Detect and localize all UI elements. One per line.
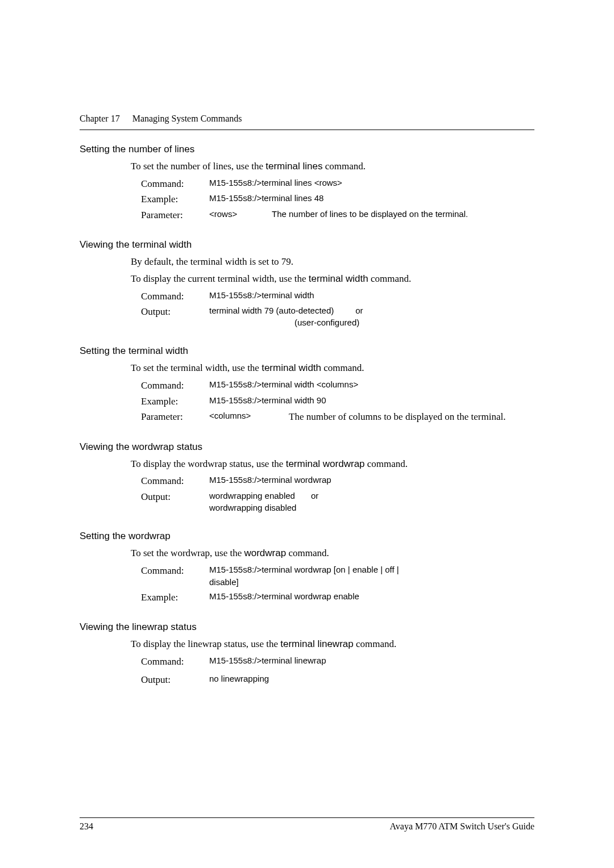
- section-viewing-terminal-width: Viewing the terminal width By default, t…: [80, 239, 534, 328]
- command-row: Command: M15-155s8:/>terminal linewrap: [141, 654, 534, 669]
- section-text: By default, the terminal width is set to…: [131, 255, 534, 269]
- page-footer: 234 Avaya M770 ATM Switch User's Guide: [80, 817, 534, 832]
- section-setting-wordwrap: Setting the wordwrap To set the wordwrap…: [80, 531, 534, 604]
- row-label: Parameter:: [141, 208, 209, 223]
- row-label: Output:: [141, 304, 209, 328]
- row-value: M15-155s8:/>terminal lines 48: [209, 192, 534, 207]
- row-value: M15-155s8:/>terminal width <columns>: [209, 378, 534, 393]
- page-number: 234: [80, 821, 93, 832]
- cmd-name: terminal wordwrap: [286, 458, 365, 469]
- section-viewing-wordwrap: Viewing the wordwrap status To display t…: [80, 441, 534, 514]
- row-label: Command:: [141, 177, 209, 191]
- command-row: Command: M15-155s8:/>terminal width <col…: [141, 378, 534, 393]
- cmd-name: wordwrap: [244, 548, 286, 558]
- section-intro: To display the current terminal width, u…: [131, 272, 534, 286]
- section-title: Setting the number of lines: [80, 144, 534, 155]
- section-setting-terminal-width: Setting the terminal width To set the te…: [80, 345, 534, 424]
- section-title: Viewing the wordwrap status: [80, 441, 534, 453]
- row-value: M15-155s8:/>terminal wordwrap: [209, 474, 534, 489]
- chapter-number: Chapter 17: [80, 114, 120, 123]
- row-value: no linewrapping: [209, 673, 534, 687]
- row-value: M15-155s8:/>terminal wordwrap enable: [209, 590, 534, 605]
- header-rule: [80, 130, 534, 130]
- param-name: <columns>: [209, 410, 289, 424]
- output-row: Output: terminal width 79 (auto-detected…: [141, 304, 534, 328]
- row-value: <rows> The number of lines to be display…: [209, 208, 534, 223]
- output-row: Output: wordwrapping enabledor wordwrapp…: [141, 490, 534, 514]
- row-value: M15-155s8:/>terminal width: [209, 289, 534, 304]
- parameter-row: Parameter: <columns> The number of colum…: [141, 410, 534, 424]
- row-value: M15-155s8:/>terminal width 90: [209, 394, 534, 409]
- row-label: Command:: [141, 378, 209, 393]
- row-value: M15-155s8:/>terminal wordwrap [on | enab…: [209, 564, 403, 589]
- cmd-name: terminal lines: [265, 161, 322, 172]
- row-label: Command:: [141, 289, 209, 304]
- section-title: Viewing the terminal width: [80, 239, 534, 251]
- footer-rule: [80, 817, 534, 818]
- example-row: Example: M15-155s8:/>terminal lines 48: [141, 192, 534, 207]
- row-label: Command:: [141, 564, 209, 589]
- cmd-name: terminal linewrap: [280, 639, 354, 649]
- section-intro: To set the number of lines, use the term…: [131, 160, 534, 173]
- param-name: <rows>: [209, 208, 272, 223]
- guide-title: Avaya M770 ATM Switch User's Guide: [389, 821, 534, 832]
- row-label: Command:: [141, 654, 209, 669]
- section-title: Setting the wordwrap: [80, 531, 534, 542]
- example-row: Example: M15-155s8:/>terminal width 90: [141, 394, 534, 409]
- row-label: Output:: [141, 673, 209, 687]
- output-row: Output: no linewrapping: [141, 673, 534, 687]
- command-row: Command: M15-155s8:/>terminal width: [141, 289, 534, 304]
- row-value: M15-155s8:/>terminal lines <rows>: [209, 177, 534, 191]
- section-title: Viewing the linewrap status: [80, 621, 534, 633]
- row-label: Example:: [141, 192, 209, 207]
- command-row: Command: M15-155s8:/>terminal wordwrap: [141, 474, 534, 489]
- row-value: terminal width 79 (auto-detected)or (use…: [209, 304, 534, 328]
- section-title: Setting the terminal width: [80, 345, 534, 357]
- section-setting-lines: Setting the number of lines To set the n…: [80, 144, 534, 222]
- example-row: Example: M15-155s8:/>terminal wordwrap e…: [141, 590, 534, 605]
- row-label: Example:: [141, 590, 209, 605]
- row-value: M15-155s8:/>terminal linewrap: [209, 654, 534, 669]
- chapter-title: Managing System Commands: [132, 114, 242, 123]
- section-intro: To set the terminal width, use the termi…: [131, 361, 534, 375]
- cmd-name: terminal width: [262, 362, 321, 373]
- param-desc: The number of lines to be displayed on t…: [272, 208, 468, 223]
- param-desc: The number of columns to be displayed on…: [289, 410, 505, 424]
- command-row: Command: M15-155s8:/>terminal lines <row…: [141, 177, 534, 191]
- command-row: Command: M15-155s8:/>terminal wordwrap […: [141, 564, 534, 589]
- row-value: wordwrapping enabledor wordwrapping disa…: [209, 490, 534, 514]
- section-intro: To display the linewrap status, use the …: [131, 637, 534, 651]
- cmd-name: terminal width: [309, 273, 368, 284]
- row-value: <columns> The number of columns to be di…: [209, 410, 534, 424]
- row-label: Command:: [141, 474, 209, 489]
- section-intro: To display the wordwrap status, use the …: [131, 457, 534, 471]
- row-label: Example:: [141, 394, 209, 409]
- row-label: Output:: [141, 490, 209, 514]
- section-intro: To set the wordwrap, use the wordwrap co…: [131, 546, 534, 560]
- parameter-row: Parameter: <rows> The number of lines to…: [141, 208, 534, 223]
- section-viewing-linewrap: Viewing the linewrap status To display t…: [80, 621, 534, 687]
- chapter-header: Chapter 17 Managing System Commands: [80, 114, 534, 124]
- row-label: Parameter:: [141, 410, 209, 424]
